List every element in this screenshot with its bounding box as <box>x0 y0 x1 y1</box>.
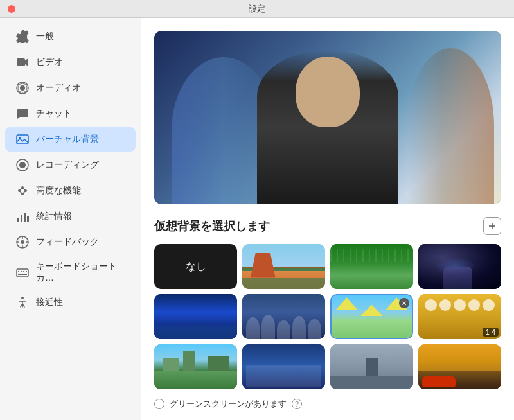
stats-icon <box>15 209 30 223</box>
recording-icon <box>15 158 30 172</box>
advanced-icon <box>15 184 30 198</box>
sidebar-label-stats: 統計情報 <box>36 211 72 222</box>
svg-rect-25 <box>21 271 22 272</box>
svg-rect-17 <box>17 218 19 222</box>
bg-golden-gate[interactable] <box>242 244 325 289</box>
bg-none-label: なし <box>186 260 206 274</box>
svg-point-6 <box>19 137 21 139</box>
svg-rect-19 <box>24 213 26 222</box>
bg-dots[interactable]: 1 4 <box>418 294 501 339</box>
sidebar-label-feedback: フィードバック <box>36 236 99 248</box>
svg-line-16 <box>19 191 22 194</box>
svg-rect-20 <box>27 216 29 222</box>
svg-rect-26 <box>23 271 24 272</box>
sidebar-label-virtual-bg: バーチャル背景 <box>36 134 99 145</box>
sidebar-label-accessibility: 接近性 <box>36 297 63 308</box>
bg-office-blue[interactable] <box>242 344 325 389</box>
svg-point-22 <box>21 240 24 244</box>
audio-icon <box>15 81 30 95</box>
sidebar-item-keyboard[interactable]: キーボードショートカ… <box>5 256 136 289</box>
sidebar-label-keyboard: キーボードショートカ… <box>36 261 125 284</box>
bg-none[interactable]: なし <box>154 244 237 289</box>
bg-space[interactable] <box>418 244 501 289</box>
sidebar-item-audio[interactable]: オーディオ <box>5 76 136 100</box>
sidebar-item-feedback[interactable]: フィードバック <box>5 230 136 254</box>
green-screen-row: グリーンスクリーンがあります ? <box>154 398 501 410</box>
bg-thumb-remove[interactable]: ✕ <box>399 298 409 308</box>
svg-rect-28 <box>18 274 27 275</box>
section-title: 仮想背景を選択します <box>154 218 270 234</box>
green-screen-radio[interactable] <box>154 399 164 409</box>
window-title: 設定 <box>249 3 265 15</box>
bg-minecraft[interactable] <box>154 344 237 389</box>
close-button[interactable] <box>8 5 15 13</box>
svg-marker-1 <box>25 58 28 66</box>
sidebar-label-advanced: 高度な機能 <box>36 185 81 197</box>
accessibility-icon <box>15 295 30 310</box>
svg-point-3 <box>20 85 25 91</box>
svg-rect-23 <box>17 269 28 277</box>
svg-rect-24 <box>18 271 19 272</box>
svg-rect-0 <box>17 58 25 66</box>
bg-industrial[interactable] <box>330 344 413 389</box>
bg-group-photo[interactable] <box>242 294 325 339</box>
help-icon[interactable]: ? <box>292 399 302 409</box>
svg-rect-27 <box>26 271 27 272</box>
svg-rect-5 <box>17 135 28 144</box>
backgrounds-grid: なし <box>154 244 501 389</box>
bg-toy-story[interactable]: ✕ <box>330 294 413 339</box>
svg-point-29 <box>21 297 24 299</box>
chat-icon <box>15 107 30 121</box>
video-preview <box>154 31 501 204</box>
svg-point-8 <box>19 162 26 168</box>
feedback-icon <box>15 235 30 249</box>
svg-line-13 <box>19 188 22 191</box>
sidebar-item-general[interactable]: 一般 <box>5 24 136 49</box>
plus-icon <box>488 222 497 231</box>
bg-badge: 1 4 <box>483 328 499 337</box>
gear-icon <box>15 30 30 44</box>
sidebar-label-general: 一般 <box>36 31 54 42</box>
sidebar-item-advanced[interactable]: 高度な機能 <box>5 179 136 203</box>
svg-rect-18 <box>21 215 22 222</box>
svg-line-15 <box>22 191 26 194</box>
sidebar-item-recording[interactable]: レコーディング <box>5 153 136 177</box>
bg-cars[interactable] <box>418 344 501 389</box>
sidebar-label-recording: レコーディング <box>36 159 99 171</box>
bg-arch-right <box>407 48 494 204</box>
sidebar-item-virtual-bg[interactable]: バーチャル背景 <box>5 127 136 152</box>
main-content: 仮想背景を選択します なし <box>141 18 514 420</box>
virtual-bg-icon <box>15 132 30 146</box>
sidebar-item-accessibility[interactable]: 接近性 <box>5 290 136 315</box>
app-container: 一般 ビデオ オーディオ チャット バーチャル背景 <box>0 18 514 420</box>
keyboard-icon <box>15 265 30 279</box>
sidebar-item-chat[interactable]: チャット <box>5 101 136 126</box>
sidebar-item-video[interactable]: ビデオ <box>5 50 136 74</box>
sidebar-label-video: ビデオ <box>36 57 63 68</box>
green-screen-label: グリーンスクリーンがあります <box>170 398 287 410</box>
traffic-lights <box>8 5 15 13</box>
title-bar: 設定 <box>0 0 514 18</box>
preview-person <box>257 50 398 204</box>
bg-blue-stage[interactable] <box>154 294 237 339</box>
sidebar-label-chat: チャット <box>36 108 72 119</box>
svg-line-14 <box>22 188 26 191</box>
sidebar-item-stats[interactable]: 統計情報 <box>5 204 136 229</box>
add-background-button[interactable] <box>483 217 501 235</box>
video-icon <box>15 55 30 69</box>
section-header: 仮想背景を選択します <box>154 217 501 235</box>
sidebar-label-audio: オーディオ <box>36 82 81 94</box>
bg-grass[interactable] <box>330 244 413 289</box>
sidebar: 一般 ビデオ オーディオ チャット バーチャル背景 <box>0 18 141 420</box>
